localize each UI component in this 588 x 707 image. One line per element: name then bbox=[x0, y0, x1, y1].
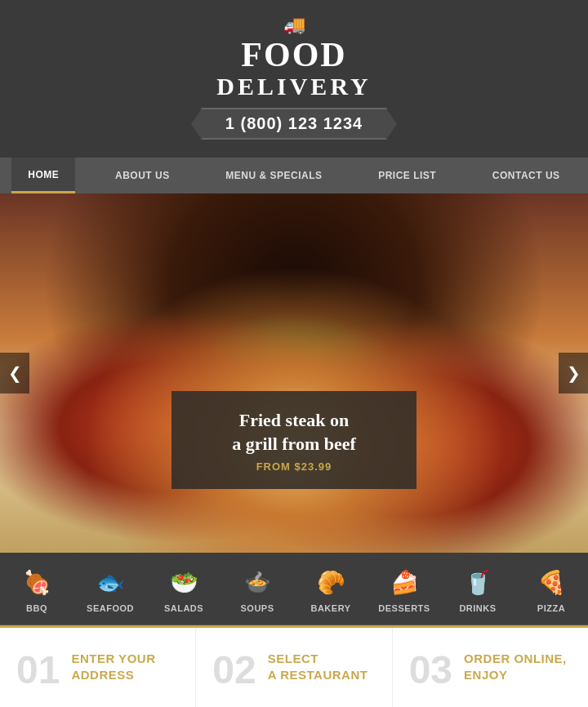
nav-item-contact[interactable]: CONTACT US bbox=[476, 158, 577, 193]
phone-number[interactable]: 1 (800) 123 1234 bbox=[201, 108, 387, 140]
nav-item-about[interactable]: ABOUT US bbox=[99, 158, 186, 193]
drinks-icon: 🥤 bbox=[461, 567, 495, 597]
nav-item-price[interactable]: PRICE LIST bbox=[362, 158, 452, 193]
brand-title-food: FOOD bbox=[0, 38, 588, 72]
step-2: 02 SELECTA RESTAURANT bbox=[196, 628, 392, 707]
soups-label: SOUPS bbox=[240, 603, 274, 613]
pizza-icon: 🍕 bbox=[534, 567, 568, 597]
category-bar: 🍖 BBQ 🐟 SEAFOOD 🥗 SALADS 🍲 SOUPS 🥐 BAKER… bbox=[0, 553, 588, 625]
steps-section: 01 ENTER YOURADDRESS 02 SELECTA RESTAURA… bbox=[0, 625, 588, 707]
soups-icon: 🍲 bbox=[240, 567, 274, 597]
brand-title-delivery: DELIVERY bbox=[0, 72, 588, 101]
step-1-title: ENTER YOURADDRESS bbox=[71, 651, 155, 683]
seafood-label: SEAFOOD bbox=[87, 603, 134, 613]
step-3-title: ORDER ONLINE,ENJOY bbox=[464, 651, 567, 683]
hero-dish-title: Fried steak ona grill from beef bbox=[196, 409, 392, 456]
salads-label: SALADS bbox=[164, 603, 203, 613]
nav-item-home[interactable]: HOME bbox=[11, 158, 75, 193]
salads-icon: 🥗 bbox=[167, 567, 201, 597]
step-1-number: 01 bbox=[16, 651, 60, 690]
category-seafood[interactable]: 🐟 SEAFOOD bbox=[74, 564, 147, 616]
seafood-icon: 🐟 bbox=[93, 567, 127, 597]
bbq-icon: 🍖 bbox=[20, 567, 54, 597]
truck-icon: 🚚 bbox=[0, 15, 588, 36]
category-desserts[interactable]: 🍰 DESSERTS bbox=[368, 564, 441, 616]
next-arrow-icon: ❯ bbox=[567, 363, 581, 383]
bbq-label: BBQ bbox=[26, 603, 47, 613]
hero-price: FROM $23.99 bbox=[196, 460, 392, 473]
category-drinks[interactable]: 🥤 DRINKS bbox=[441, 564, 514, 616]
prev-arrow-icon: ❮ bbox=[8, 363, 22, 383]
main-nav: HOME ABOUT US MENU & SPECIALS PRICE LIST… bbox=[0, 158, 588, 193]
category-salads[interactable]: 🥗 SALADS bbox=[147, 564, 220, 616]
drinks-label: DRINKS bbox=[459, 603, 496, 613]
category-bbq[interactable]: 🍖 BBQ bbox=[0, 564, 74, 616]
prev-slide-button[interactable]: ❮ bbox=[0, 353, 29, 394]
category-soups[interactable]: 🍲 SOUPS bbox=[220, 564, 294, 616]
step-2-title: SELECTA RESTAURANT bbox=[268, 651, 368, 683]
bakery-label: BAKERY bbox=[310, 603, 350, 613]
bakery-icon: 🥐 bbox=[314, 567, 348, 597]
next-slide-button[interactable]: ❯ bbox=[559, 353, 588, 394]
nav-item-menu[interactable]: MENU & SPECIALS bbox=[209, 158, 338, 193]
step-3: 03 ORDER ONLINE,ENJOY bbox=[393, 628, 588, 707]
step-3-number: 03 bbox=[409, 651, 452, 690]
step-2-number: 02 bbox=[212, 651, 256, 690]
desserts-icon: 🍰 bbox=[387, 567, 421, 597]
site-header: 🚚 FOOD DELIVERY 1 (800) 123 1234 bbox=[0, 0, 588, 158]
hero-caption-panel: Fried steak ona grill from beef FROM $23… bbox=[172, 391, 416, 489]
food-image bbox=[0, 193, 588, 553]
step-1: 01 ENTER YOURADDRESS bbox=[0, 628, 196, 707]
desserts-label: DESSERTS bbox=[378, 603, 430, 613]
hero-banner: ❮ Fried steak ona grill from beef FROM $… bbox=[0, 193, 588, 553]
pizza-label: PIZZA bbox=[537, 603, 565, 613]
category-bakery[interactable]: 🥐 BAKERY bbox=[294, 564, 368, 616]
category-pizza[interactable]: 🍕 PIZZA bbox=[514, 564, 588, 616]
